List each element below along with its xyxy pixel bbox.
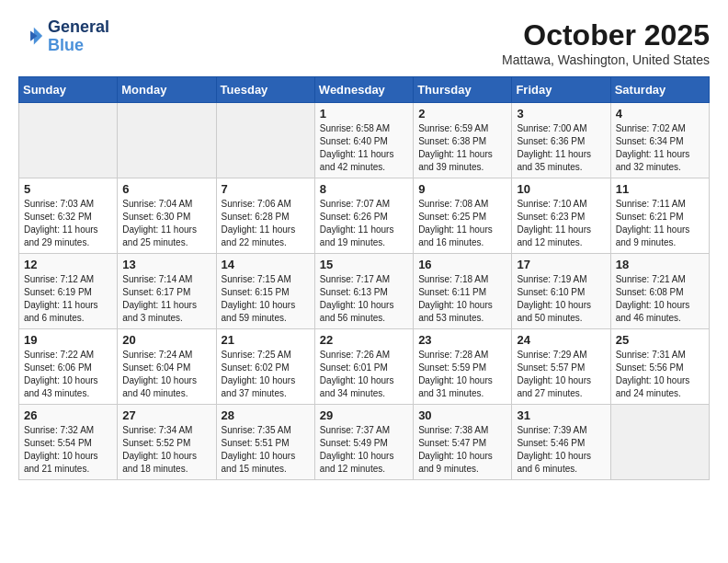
day-cell: 8Sunrise: 7:07 AM Sunset: 6:26 PM Daylig… [314,178,413,254]
day-cell: 10Sunrise: 7:10 AM Sunset: 6:23 PM Dayli… [512,178,610,254]
day-cell: 21Sunrise: 7:25 AM Sunset: 6:02 PM Dayli… [216,329,314,405]
day-number: 16 [418,258,506,271]
day-info: Sunrise: 7:18 AM Sunset: 6:11 PM Dayligh… [418,273,506,325]
weekday-header-thursday: Thursday [414,77,512,103]
day-cell [118,103,216,178]
day-number: 2 [418,107,506,121]
day-info: Sunrise: 7:31 AM Sunset: 5:56 PM Dayligh… [616,349,704,400]
day-cell: 3Sunrise: 7:00 AM Sunset: 6:36 PM Daylig… [512,103,610,178]
day-number: 13 [122,258,210,271]
day-number: 29 [320,408,408,422]
day-number: 3 [517,107,605,121]
day-info: Sunrise: 7:39 AM Sunset: 5:46 PM Dayligh… [517,424,605,476]
day-cell: 1Sunrise: 6:58 AM Sunset: 6:40 PM Daylig… [314,103,413,178]
day-number: 12 [24,258,112,271]
day-info: Sunrise: 7:11 AM Sunset: 6:21 PM Dayligh… [616,198,704,249]
day-info: Sunrise: 7:07 AM Sunset: 6:26 PM Dayligh… [320,198,408,249]
day-info: Sunrise: 7:35 AM Sunset: 5:51 PM Dayligh… [222,424,310,476]
day-cell: 23Sunrise: 7:28 AM Sunset: 5:59 PM Dayli… [414,329,512,405]
day-info: Sunrise: 7:06 AM Sunset: 6:28 PM Dayligh… [222,198,310,249]
day-info: Sunrise: 7:08 AM Sunset: 6:25 PM Dayligh… [418,198,506,249]
day-number: 21 [222,333,310,347]
day-cell: 2Sunrise: 6:59 AM Sunset: 6:38 PM Daylig… [414,103,512,178]
day-info: Sunrise: 6:58 AM Sunset: 6:40 PM Dayligh… [320,122,408,174]
day-info: Sunrise: 7:19 AM Sunset: 6:10 PM Dayligh… [517,273,605,325]
day-cell: 4Sunrise: 7:02 AM Sunset: 6:34 PM Daylig… [610,103,709,178]
day-number: 23 [418,333,506,347]
day-number: 26 [24,408,112,422]
day-info: Sunrise: 7:28 AM Sunset: 5:59 PM Dayligh… [418,349,506,400]
day-info: Sunrise: 7:00 AM Sunset: 6:36 PM Dayligh… [517,122,605,174]
day-number: 9 [418,182,506,196]
weekday-header-row: SundayMondayTuesdayWednesdayThursdayFrid… [19,77,710,103]
day-info: Sunrise: 7:12 AM Sunset: 6:19 PM Dayligh… [24,273,112,325]
day-number: 11 [616,182,704,196]
day-number: 18 [616,258,704,271]
week-row-3: 12Sunrise: 7:12 AM Sunset: 6:19 PM Dayli… [19,254,710,329]
day-info: Sunrise: 7:24 AM Sunset: 6:04 PM Dayligh… [122,349,210,400]
day-number: 19 [24,333,112,347]
location: Mattawa, Washington, United States [502,52,710,67]
day-cell: 22Sunrise: 7:26 AM Sunset: 6:01 PM Dayli… [314,329,413,405]
day-number: 25 [616,333,704,347]
day-cell: 15Sunrise: 7:17 AM Sunset: 6:13 PM Dayli… [314,254,413,329]
day-cell: 5Sunrise: 7:03 AM Sunset: 6:32 PM Daylig… [19,178,118,254]
weekday-header-sunday: Sunday [19,77,118,103]
day-number: 10 [517,182,605,196]
day-number: 14 [222,258,310,271]
day-cell: 7Sunrise: 7:06 AM Sunset: 6:28 PM Daylig… [216,178,314,254]
day-info: Sunrise: 7:34 AM Sunset: 5:52 PM Dayligh… [122,424,210,476]
day-cell: 12Sunrise: 7:12 AM Sunset: 6:19 PM Dayli… [19,254,118,329]
day-number: 30 [418,408,506,422]
title-block: October 2025 Mattawa, Washington, United… [502,18,710,67]
day-cell: 14Sunrise: 7:15 AM Sunset: 6:15 PM Dayli… [216,254,314,329]
week-row-2: 5Sunrise: 7:03 AM Sunset: 6:32 PM Daylig… [19,178,710,254]
day-cell: 26Sunrise: 7:32 AM Sunset: 5:54 PM Dayli… [19,405,118,480]
day-cell [19,103,118,178]
day-info: Sunrise: 7:37 AM Sunset: 5:49 PM Dayligh… [320,424,408,476]
page-header: General Blue October 2025 Mattawa, Washi… [18,18,710,67]
logo-text: General Blue [48,18,109,55]
day-cell: 25Sunrise: 7:31 AM Sunset: 5:56 PM Dayli… [610,329,709,405]
day-number: 28 [222,408,310,422]
day-number: 24 [517,333,605,347]
day-cell: 18Sunrise: 7:21 AM Sunset: 6:08 PM Dayli… [610,254,709,329]
day-cell: 6Sunrise: 7:04 AM Sunset: 6:30 PM Daylig… [118,178,216,254]
day-number: 7 [222,182,310,196]
day-number: 27 [122,408,210,422]
day-number: 8 [320,182,408,196]
weekday-header-wednesday: Wednesday [314,77,413,103]
weekday-header-saturday: Saturday [610,77,709,103]
day-cell: 11Sunrise: 7:11 AM Sunset: 6:21 PM Dayli… [610,178,709,254]
day-info: Sunrise: 7:03 AM Sunset: 6:32 PM Dayligh… [24,198,112,249]
logo: General Blue [18,18,109,55]
day-cell: 19Sunrise: 7:22 AM Sunset: 6:06 PM Dayli… [19,329,118,405]
day-cell: 9Sunrise: 7:08 AM Sunset: 6:25 PM Daylig… [414,178,512,254]
day-info: Sunrise: 7:38 AM Sunset: 5:47 PM Dayligh… [418,424,506,476]
day-info: Sunrise: 7:14 AM Sunset: 6:17 PM Dayligh… [122,273,210,325]
day-info: Sunrise: 7:25 AM Sunset: 6:02 PM Dayligh… [222,349,310,400]
day-cell: 27Sunrise: 7:34 AM Sunset: 5:52 PM Dayli… [118,405,216,480]
day-cell: 13Sunrise: 7:14 AM Sunset: 6:17 PM Dayli… [118,254,216,329]
day-info: Sunrise: 7:26 AM Sunset: 6:01 PM Dayligh… [320,349,408,400]
day-info: Sunrise: 7:17 AM Sunset: 6:13 PM Dayligh… [320,273,408,325]
day-info: Sunrise: 7:22 AM Sunset: 6:06 PM Dayligh… [24,349,112,400]
day-number: 5 [24,182,112,196]
day-number: 20 [122,333,210,347]
day-number: 17 [517,258,605,271]
day-cell: 17Sunrise: 7:19 AM Sunset: 6:10 PM Dayli… [512,254,610,329]
day-cell [216,103,314,178]
day-number: 15 [320,258,408,271]
day-cell: 29Sunrise: 7:37 AM Sunset: 5:49 PM Dayli… [314,405,413,480]
day-info: Sunrise: 7:32 AM Sunset: 5:54 PM Dayligh… [24,424,112,476]
day-info: Sunrise: 7:02 AM Sunset: 6:34 PM Dayligh… [616,122,704,174]
weekday-header-monday: Monday [118,77,216,103]
day-cell: 28Sunrise: 7:35 AM Sunset: 5:51 PM Dayli… [216,405,314,480]
day-cell: 20Sunrise: 7:24 AM Sunset: 6:04 PM Dayli… [118,329,216,405]
weekday-header-tuesday: Tuesday [216,77,314,103]
day-cell: 31Sunrise: 7:39 AM Sunset: 5:46 PM Dayli… [512,405,610,480]
day-info: Sunrise: 7:21 AM Sunset: 6:08 PM Dayligh… [616,273,704,325]
day-info: Sunrise: 7:04 AM Sunset: 6:30 PM Dayligh… [122,198,210,249]
day-cell: 24Sunrise: 7:29 AM Sunset: 5:57 PM Dayli… [512,329,610,405]
month-title: October 2025 [502,18,710,52]
